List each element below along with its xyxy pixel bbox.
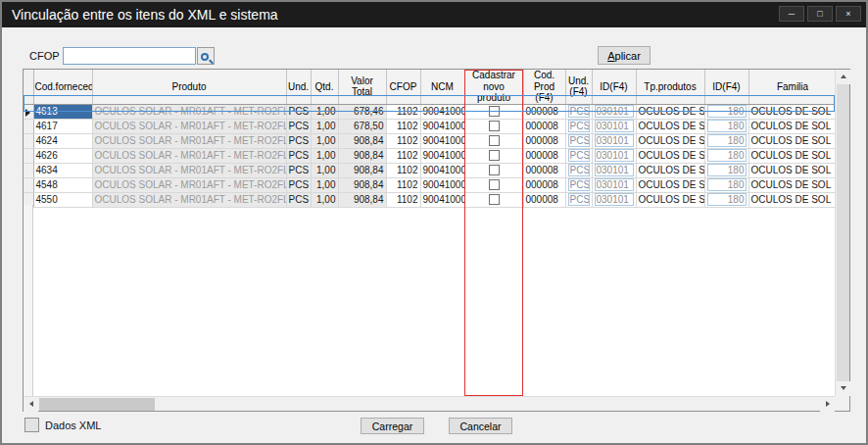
row-selector[interactable] — [24, 148, 33, 163]
cell-produto[interactable]: OCULOS SOLAR - MR01AFT - MET-RO2FLAT-BLA… — [92, 104, 286, 119]
table-row[interactable]: 4634OCULOS SOLAR - MR01AFT - MET-RO2FLAT… — [24, 163, 835, 177]
cell-cadastrar[interactable] — [464, 177, 523, 192]
column-header-11[interactable]: Tp.produtos — [636, 70, 704, 104]
cell-cadastrar[interactable] — [464, 119, 523, 133]
id2_f4-field[interactable]: 180 — [707, 120, 747, 132]
cell-produto[interactable]: OCULOS SOLAR - MR01AFT - MET-RO2FLAT-BLA… — [92, 192, 286, 207]
cell-cadastrar[interactable] — [464, 104, 523, 119]
cell-qtd[interactable]: 1,00 — [311, 177, 338, 192]
cell-produto[interactable]: OCULOS SOLAR - MR01AFT - MET-RO2FLAT-BLA… — [92, 177, 286, 192]
cell-cod[interactable]: 4550 — [33, 192, 92, 207]
horizontal-scrollbar[interactable] — [24, 396, 835, 411]
table-row[interactable]: 4626OCULOS SOLAR - MR01AFT - MET-RO2FLAT… — [24, 148, 835, 163]
row-selector[interactable] — [24, 119, 33, 133]
id_f4-field[interactable]: 030101 — [595, 149, 634, 162]
cell-qtd[interactable]: 1,00 — [311, 163, 338, 177]
cell-id2_f4[interactable]: 180 — [704, 119, 748, 133]
id2_f4-field[interactable]: 180 — [707, 178, 747, 191]
cell-und[interactable]: PCS — [286, 148, 311, 163]
cell-cfop[interactable]: 1102 — [386, 177, 420, 192]
cell-id2_f4[interactable]: 180 — [704, 104, 748, 119]
cell-tp_produtos[interactable]: OCULOS DE SOL — [636, 148, 704, 163]
table-row[interactable]: 4624OCULOS SOLAR - MR01AFT - MET-RO2FLAT… — [24, 133, 835, 148]
cell-cod_prod[interactable]: 000008 — [523, 177, 565, 192]
id_f4-field[interactable]: 030101 — [595, 164, 634, 176]
cadastrar-novo-produto-checkbox[interactable] — [489, 106, 500, 117]
minimize-button[interactable]: ─ — [779, 6, 804, 22]
cell-und_f4[interactable]: PCS — [565, 119, 592, 133]
row-selector[interactable] — [24, 177, 33, 192]
cell-cfop[interactable]: 1102 — [386, 119, 420, 133]
column-header-1[interactable]: Produto — [92, 70, 286, 104]
cell-cod_prod[interactable]: 000008 — [523, 104, 565, 119]
cell-tp_produtos[interactable]: OCULOS DE SOL — [636, 119, 704, 133]
id_f4-field[interactable]: 030101 — [595, 105, 634, 118]
cadastrar-novo-produto-checkbox[interactable] — [489, 179, 500, 190]
cell-produto[interactable]: OCULOS SOLAR - MR01AFT - MET-RO2FLAT-BLA… — [92, 163, 286, 177]
cell-cfop[interactable]: 1102 — [386, 148, 420, 163]
cell-produto[interactable]: OCULOS SOLAR - MR01AFT - MET-RO2FLAT-BLA… — [92, 119, 286, 133]
cell-id_f4[interactable]: 030101 — [592, 133, 636, 148]
cell-und[interactable]: PCS — [286, 163, 311, 177]
cell-cfop[interactable]: 1102 — [386, 104, 420, 119]
id_f4-field[interactable]: 030101 — [595, 134, 634, 147]
cell-ncm[interactable]: 90041000 — [420, 133, 464, 148]
cell-cadastrar[interactable] — [464, 148, 523, 163]
cell-valor[interactable]: 908,84 — [338, 163, 386, 177]
cadastrar-novo-produto-checkbox[interactable] — [489, 150, 500, 161]
cadastrar-novo-produto-checkbox[interactable] — [489, 165, 500, 175]
und_f4-field[interactable]: PCS — [568, 164, 590, 176]
cell-id2_f4[interactable]: 180 — [704, 133, 748, 148]
column-header-9[interactable]: Und. (F4) — [565, 70, 592, 104]
column-header-4[interactable]: Valor Total — [338, 70, 386, 104]
column-header-13[interactable]: Familia — [748, 70, 835, 104]
cell-cod[interactable]: 4626 — [33, 148, 92, 163]
cfop-lookup-button[interactable] — [197, 47, 215, 65]
column-header-0[interactable]: Cod.fornecedor — [33, 70, 92, 104]
cell-qtd[interactable]: 1,00 — [311, 119, 338, 133]
cell-qtd[interactable]: 1,00 — [311, 192, 338, 207]
cell-familia[interactable]: OCULOS DE SOL — [748, 133, 835, 148]
cfop-input[interactable] — [63, 47, 196, 65]
und_f4-field[interactable]: PCS — [568, 193, 590, 206]
cell-ncm[interactable]: 90041000 — [420, 192, 464, 207]
cell-cod[interactable]: 4617 — [33, 119, 92, 133]
cell-und[interactable]: PCS — [286, 133, 311, 148]
table-row[interactable]: 4548OCULOS SOLAR - MR01AFT - MET-RO2FLAT… — [24, 177, 835, 192]
cell-tp_produtos[interactable]: OCULOS DE SOL — [636, 192, 704, 207]
cell-id_f4[interactable]: 030101 — [592, 148, 636, 163]
cell-produto[interactable]: OCULOS SOLAR - MR01AFT - MET-RO2FLAT-BLA… — [92, 148, 286, 163]
id_f4-field[interactable]: 030101 — [595, 120, 634, 132]
table-row[interactable]: 4613OCULOS SOLAR - MR01AFT - MET-RO2FLAT… — [24, 104, 835, 119]
cell-valor[interactable]: 908,84 — [338, 177, 386, 192]
scroll-up-button[interactable] — [836, 70, 850, 84]
column-header-3[interactable]: Qtd. — [311, 70, 338, 104]
cell-familia[interactable]: OCULOS DE SOL — [748, 148, 835, 163]
id_f4-field[interactable]: 030101 — [595, 193, 634, 206]
cell-und_f4[interactable]: PCS — [565, 148, 592, 163]
column-header-7[interactable]: Cadastrar novo produto — [464, 70, 523, 104]
cell-tp_produtos[interactable]: OCULOS DE SOL — [636, 163, 704, 177]
und_f4-field[interactable]: PCS — [568, 149, 590, 162]
cell-id2_f4[interactable]: 180 — [704, 192, 748, 207]
cell-cod_prod[interactable]: 000008 — [523, 163, 565, 177]
cancelar-button[interactable]: Cancelar — [449, 418, 512, 434]
cell-cod_prod[interactable]: 000008 — [523, 192, 565, 207]
cell-produto[interactable]: OCULOS SOLAR - MR01AFT - MET-RO2FLAT-BLA… — [92, 133, 286, 148]
und_f4-field[interactable]: PCS — [568, 134, 590, 147]
cell-und[interactable]: PCS — [286, 119, 311, 133]
column-header-8[interactable]: Cod. Prod (F4) — [523, 70, 565, 104]
cell-tp_produtos[interactable]: OCULOS DE SOL — [636, 177, 704, 192]
cell-cod[interactable]: 4624 — [33, 133, 92, 148]
cell-und[interactable]: PCS — [286, 104, 311, 119]
cell-cod_prod[interactable]: 000008 — [523, 148, 565, 163]
cell-cod[interactable]: 4613 — [33, 104, 92, 119]
column-header-10[interactable]: ID(F4) — [592, 70, 636, 104]
cell-id_f4[interactable]: 030101 — [592, 104, 636, 119]
apply-button[interactable]: Aplicar — [598, 46, 651, 65]
vertical-scrollbar[interactable] — [835, 70, 849, 396]
row-selector[interactable] — [24, 133, 33, 148]
cell-familia[interactable]: OCULOS DE SOL — [748, 119, 835, 133]
cell-cod_prod[interactable]: 000008 — [523, 119, 565, 133]
cell-cod[interactable]: 4634 — [33, 163, 92, 177]
